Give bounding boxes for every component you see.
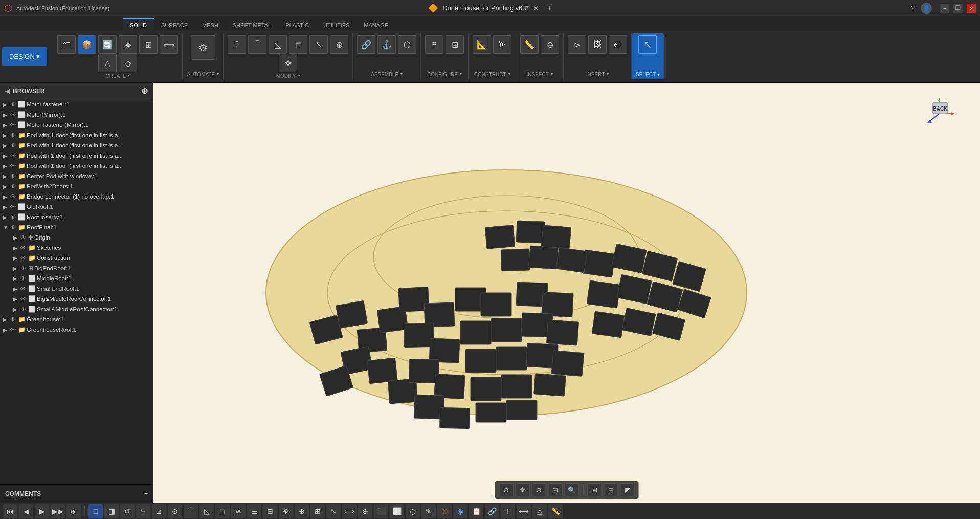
eye-icon-19[interactable]: 👁: [20, 296, 26, 302]
fit-icon[interactable]: ⊞: [548, 483, 563, 496]
tree-item-1[interactable]: ▶ 👁 ⬜ Motor(Mirror):1: [0, 110, 153, 120]
construct-dropdown-arrow[interactable]: ▾: [508, 72, 510, 76]
add-tab-icon[interactable]: +: [547, 4, 552, 13]
tree-arrow-15[interactable]: ▶: [13, 255, 19, 261]
eye-icon-2[interactable]: 👁: [10, 122, 16, 128]
tree-arrow-6[interactable]: ▶: [3, 163, 9, 169]
rigid-group-icon[interactable]: ⬡: [398, 35, 416, 54]
midplane-icon[interactable]: ⫸: [493, 35, 511, 54]
parameters-icon[interactable]: ≡: [425, 35, 443, 54]
new-component-icon[interactable]: 🗃: [57, 35, 76, 54]
design-dropdown-button[interactable]: DESIGN ▾: [2, 47, 47, 66]
tab-sheet-metal[interactable]: SHEET METAL: [226, 18, 278, 31]
fillet-icon[interactable]: ⌒: [248, 35, 266, 54]
tree-arrow-10[interactable]: ▶: [3, 204, 9, 210]
tree-arrow-16[interactable]: ▶: [13, 266, 19, 271]
section-analysis-icon[interactable]: ⊖: [541, 35, 559, 54]
eye-icon-11[interactable]: 👁: [10, 214, 16, 220]
rule-fillet-icon[interactable]: ◌: [406, 504, 420, 518]
eye-icon-16[interactable]: 👁: [20, 265, 26, 271]
minimize-button[interactable]: −: [940, 4, 949, 13]
loft-icon-2[interactable]: ⊿: [152, 504, 166, 518]
select-cursor-icon[interactable]: ↖: [638, 35, 657, 54]
orbit-icon[interactable]: ⊕: [499, 483, 514, 496]
viewport[interactable]: BACK ⊕ ✥ ⊖ ⊞ 🔍 🖥 ⊟ ◩: [153, 83, 980, 503]
eye-icon-21[interactable]: 👁: [10, 316, 16, 322]
tree-arrow-17[interactable]: ▶: [13, 276, 19, 282]
restore-button[interactable]: ❐: [953, 4, 963, 13]
align-icon[interactable]: ⊕: [295, 504, 309, 518]
scale-icon-2[interactable]: ⤡: [326, 504, 341, 518]
eye-icon-4[interactable]: 👁: [10, 142, 16, 148]
create-extra1[interactable]: △: [98, 54, 117, 72]
move-icon[interactable]: ✥: [279, 54, 297, 72]
tree-arrow-21[interactable]: ▶: [3, 317, 9, 322]
eye-icon-6[interactable]: 👁: [10, 163, 16, 169]
tree-item-16[interactable]: ▶ 👁 ⊞ BigEndRoof:1: [0, 263, 153, 273]
window-controls[interactable]: ? 👤 − ❐ ×: [911, 3, 976, 14]
tree-arrow-1[interactable]: ▶: [3, 112, 9, 118]
tree-item-0[interactable]: ▶ 👁 ⬜ Motor fastener:1: [0, 99, 153, 110]
eye-icon-8[interactable]: 👁: [10, 183, 16, 189]
chamfer-icon[interactable]: ◺: [269, 35, 287, 54]
insert-canvas-icon[interactable]: 🖼: [588, 35, 607, 54]
zoom-icon[interactable]: ⊖: [532, 483, 546, 496]
automate-icon[interactable]: ⚙: [191, 35, 215, 60]
tree-arrow-14[interactable]: ▶: [13, 245, 19, 251]
tree-item-10[interactable]: ▶ 👁 ⬜ OldRoof:1: [0, 202, 153, 212]
browser-options-icon[interactable]: ⊕: [141, 86, 148, 96]
revolve-icon[interactable]: 🔄: [98, 35, 117, 54]
hole-icon[interactable]: ⊙: [168, 504, 182, 518]
measure-icon[interactable]: 📏: [520, 35, 539, 54]
dimension-icon[interactable]: ⟷: [517, 504, 531, 518]
tree-item-5[interactable]: ▶ 👁 📁 Pod with 1 door (first one in list…: [0, 150, 153, 161]
tree-item-18[interactable]: ▶ 👁 ⬜ SmallEndRoof:1: [0, 284, 153, 294]
eye-icon-20[interactable]: 👁: [20, 306, 26, 312]
eye-icon-18[interactable]: 👁: [20, 286, 26, 292]
create-extra2[interactable]: ◇: [119, 54, 137, 72]
offset-plane-icon[interactable]: 📐: [473, 35, 491, 54]
tree-arrow-9[interactable]: ▶: [3, 194, 9, 200]
tree-item-11[interactable]: ▶ 👁 ⬜ Roof inserts:1: [0, 212, 153, 222]
tree-item-19[interactable]: ▶ 👁 ⬜ Big&MiddleRoofConnector:1: [0, 294, 153, 304]
tree-arrow-13[interactable]: ▶: [13, 235, 19, 241]
play-forward-icon[interactable]: ⏭: [66, 504, 81, 518]
combine-icon-2[interactable]: ⊞: [310, 504, 325, 518]
eye-icon-10[interactable]: 👁: [10, 204, 16, 210]
tree-arrow-20[interactable]: ▶: [13, 307, 19, 312]
tree-item-2[interactable]: ▶ 👁 ⬜ Motor fastener(Mirror):1: [0, 120, 153, 130]
create-dropdown-arrow[interactable]: ▾: [128, 73, 130, 78]
pattern-icon-2[interactable]: ⊕: [358, 504, 372, 518]
tree-arrow-7[interactable]: ▶: [3, 174, 9, 179]
eye-icon-12[interactable]: 👁: [10, 224, 16, 230]
direct-edit-icon[interactable]: ✎: [421, 504, 436, 518]
eye-icon-15[interactable]: 👁: [20, 255, 26, 261]
boundary-fill-icon[interactable]: ⬜: [390, 504, 404, 518]
inspect-dropdown-arrow[interactable]: ▾: [551, 72, 553, 76]
tree-item-12[interactable]: ▼ 👁 📁 RoofFinal:1: [0, 222, 153, 232]
joint-icon-2[interactable]: 🔗: [485, 504, 499, 518]
eye-icon-1[interactable]: 👁: [10, 112, 16, 118]
mirror-icon[interactable]: ⟺: [160, 35, 178, 54]
sweep-icon[interactable]: ⤷: [136, 504, 150, 518]
configure-dropdown-arrow[interactable]: ▾: [460, 72, 462, 76]
mirror-icon-2[interactable]: ⟺: [342, 504, 357, 518]
eye-icon-0[interactable]: 👁: [10, 101, 16, 107]
tab-surface[interactable]: SURFACE: [154, 18, 195, 31]
tree-item-7[interactable]: ▶ 👁 📁 Center Pod with windows:1: [0, 171, 153, 181]
visual-style-icon[interactable]: ◩: [620, 483, 635, 496]
tree-arrow-4[interactable]: ▶: [3, 143, 9, 148]
tree-arrow-18[interactable]: ▶: [13, 286, 19, 292]
insert-derive-icon[interactable]: ⊳: [568, 35, 586, 54]
comments-expand-icon[interactable]: +: [144, 490, 148, 498]
tree-item-15[interactable]: ▶ 👁 📁 Construction: [0, 253, 153, 263]
step-back-icon[interactable]: ◀: [19, 504, 33, 518]
eye-icon-22[interactable]: 👁: [10, 327, 16, 333]
automate-dropdown-arrow[interactable]: ▾: [217, 72, 219, 76]
tree-item-3[interactable]: ▶ 👁 📁 Pod with 1 door (first one in list…: [0, 130, 153, 140]
eye-icon-5[interactable]: 👁: [10, 153, 16, 159]
thicken-icon[interactable]: ⬛: [374, 504, 388, 518]
tree-arrow-2[interactable]: ▶: [3, 122, 9, 128]
tab-solid[interactable]: SOLID: [123, 18, 154, 31]
eye-icon-7[interactable]: 👁: [10, 173, 16, 179]
